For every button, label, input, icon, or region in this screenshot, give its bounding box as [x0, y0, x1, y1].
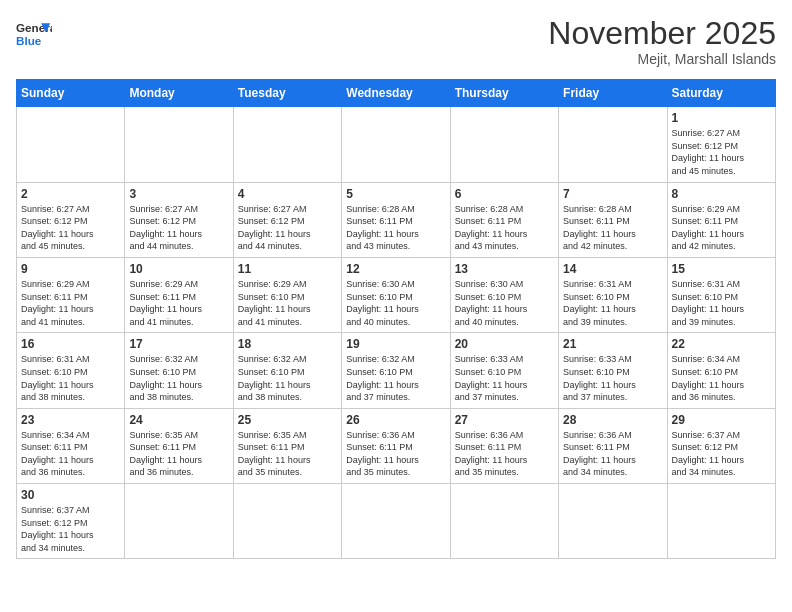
day-info: Sunrise: 6:34 AM Sunset: 6:10 PM Dayligh…: [672, 353, 771, 403]
calendar-row: 16Sunrise: 6:31 AM Sunset: 6:10 PM Dayli…: [17, 333, 776, 408]
calendar-cell: 13Sunrise: 6:30 AM Sunset: 6:10 PM Dayli…: [450, 257, 558, 332]
weekday-header-tuesday: Tuesday: [233, 80, 341, 107]
day-number: 4: [238, 187, 337, 201]
calendar-cell: 5Sunrise: 6:28 AM Sunset: 6:11 PM Daylig…: [342, 182, 450, 257]
calendar-row: 9Sunrise: 6:29 AM Sunset: 6:11 PM Daylig…: [17, 257, 776, 332]
day-info: Sunrise: 6:36 AM Sunset: 6:11 PM Dayligh…: [455, 429, 554, 479]
calendar-cell: [17, 107, 125, 182]
calendar-cell: 20Sunrise: 6:33 AM Sunset: 6:10 PM Dayli…: [450, 333, 558, 408]
calendar-cell: [559, 484, 667, 559]
day-number: 30: [21, 488, 120, 502]
calendar-cell: [125, 484, 233, 559]
day-info: Sunrise: 6:29 AM Sunset: 6:11 PM Dayligh…: [21, 278, 120, 328]
day-number: 27: [455, 413, 554, 427]
calendar-cell: 10Sunrise: 6:29 AM Sunset: 6:11 PM Dayli…: [125, 257, 233, 332]
day-number: 12: [346, 262, 445, 276]
day-number: 5: [346, 187, 445, 201]
day-number: 14: [563, 262, 662, 276]
day-number: 7: [563, 187, 662, 201]
day-number: 11: [238, 262, 337, 276]
calendar-cell: [233, 107, 341, 182]
calendar-cell: [450, 484, 558, 559]
day-info: Sunrise: 6:31 AM Sunset: 6:10 PM Dayligh…: [672, 278, 771, 328]
weekday-header-row: SundayMondayTuesdayWednesdayThursdayFrid…: [17, 80, 776, 107]
day-info: Sunrise: 6:27 AM Sunset: 6:12 PM Dayligh…: [21, 203, 120, 253]
day-info: Sunrise: 6:29 AM Sunset: 6:11 PM Dayligh…: [129, 278, 228, 328]
calendar-cell: 3Sunrise: 6:27 AM Sunset: 6:12 PM Daylig…: [125, 182, 233, 257]
day-info: Sunrise: 6:35 AM Sunset: 6:11 PM Dayligh…: [238, 429, 337, 479]
day-info: Sunrise: 6:27 AM Sunset: 6:12 PM Dayligh…: [129, 203, 228, 253]
day-number: 28: [563, 413, 662, 427]
day-info: Sunrise: 6:30 AM Sunset: 6:10 PM Dayligh…: [346, 278, 445, 328]
calendar-row: 23Sunrise: 6:34 AM Sunset: 6:11 PM Dayli…: [17, 408, 776, 483]
day-info: Sunrise: 6:29 AM Sunset: 6:10 PM Dayligh…: [238, 278, 337, 328]
calendar-cell: 22Sunrise: 6:34 AM Sunset: 6:10 PM Dayli…: [667, 333, 775, 408]
weekday-header-friday: Friday: [559, 80, 667, 107]
location: Mejit, Marshall Islands: [548, 51, 776, 67]
day-number: 17: [129, 337, 228, 351]
day-info: Sunrise: 6:28 AM Sunset: 6:11 PM Dayligh…: [346, 203, 445, 253]
calendar-cell: [559, 107, 667, 182]
calendar-cell: 21Sunrise: 6:33 AM Sunset: 6:10 PM Dayli…: [559, 333, 667, 408]
calendar-cell: 7Sunrise: 6:28 AM Sunset: 6:11 PM Daylig…: [559, 182, 667, 257]
calendar-cell: 24Sunrise: 6:35 AM Sunset: 6:11 PM Dayli…: [125, 408, 233, 483]
day-info: Sunrise: 6:36 AM Sunset: 6:11 PM Dayligh…: [563, 429, 662, 479]
day-info: Sunrise: 6:33 AM Sunset: 6:10 PM Dayligh…: [455, 353, 554, 403]
weekday-header-sunday: Sunday: [17, 80, 125, 107]
day-info: Sunrise: 6:30 AM Sunset: 6:10 PM Dayligh…: [455, 278, 554, 328]
day-info: Sunrise: 6:32 AM Sunset: 6:10 PM Dayligh…: [346, 353, 445, 403]
calendar-cell: [342, 484, 450, 559]
day-info: Sunrise: 6:27 AM Sunset: 6:12 PM Dayligh…: [238, 203, 337, 253]
calendar-cell: [450, 107, 558, 182]
day-info: Sunrise: 6:31 AM Sunset: 6:10 PM Dayligh…: [563, 278, 662, 328]
day-number: 24: [129, 413, 228, 427]
calendar-cell: 30Sunrise: 6:37 AM Sunset: 6:12 PM Dayli…: [17, 484, 125, 559]
day-info: Sunrise: 6:36 AM Sunset: 6:11 PM Dayligh…: [346, 429, 445, 479]
day-info: Sunrise: 6:37 AM Sunset: 6:12 PM Dayligh…: [21, 504, 120, 554]
day-number: 23: [21, 413, 120, 427]
month-title: November 2025: [548, 16, 776, 51]
calendar-cell: 9Sunrise: 6:29 AM Sunset: 6:11 PM Daylig…: [17, 257, 125, 332]
calendar-cell: 19Sunrise: 6:32 AM Sunset: 6:10 PM Dayli…: [342, 333, 450, 408]
day-number: 21: [563, 337, 662, 351]
day-info: Sunrise: 6:35 AM Sunset: 6:11 PM Dayligh…: [129, 429, 228, 479]
calendar-cell: 28Sunrise: 6:36 AM Sunset: 6:11 PM Dayli…: [559, 408, 667, 483]
calendar-row: 2Sunrise: 6:27 AM Sunset: 6:12 PM Daylig…: [17, 182, 776, 257]
day-number: 19: [346, 337, 445, 351]
calendar-cell: 27Sunrise: 6:36 AM Sunset: 6:11 PM Dayli…: [450, 408, 558, 483]
calendar-cell: 11Sunrise: 6:29 AM Sunset: 6:10 PM Dayli…: [233, 257, 341, 332]
day-info: Sunrise: 6:37 AM Sunset: 6:12 PM Dayligh…: [672, 429, 771, 479]
weekday-header-thursday: Thursday: [450, 80, 558, 107]
weekday-header-saturday: Saturday: [667, 80, 775, 107]
day-info: Sunrise: 6:32 AM Sunset: 6:10 PM Dayligh…: [129, 353, 228, 403]
calendar-cell: 6Sunrise: 6:28 AM Sunset: 6:11 PM Daylig…: [450, 182, 558, 257]
day-info: Sunrise: 6:34 AM Sunset: 6:11 PM Dayligh…: [21, 429, 120, 479]
day-number: 6: [455, 187, 554, 201]
calendar-cell: 8Sunrise: 6:29 AM Sunset: 6:11 PM Daylig…: [667, 182, 775, 257]
calendar-cell: 14Sunrise: 6:31 AM Sunset: 6:10 PM Dayli…: [559, 257, 667, 332]
weekday-header-wednesday: Wednesday: [342, 80, 450, 107]
calendar-cell: 2Sunrise: 6:27 AM Sunset: 6:12 PM Daylig…: [17, 182, 125, 257]
day-number: 26: [346, 413, 445, 427]
day-info: Sunrise: 6:33 AM Sunset: 6:10 PM Dayligh…: [563, 353, 662, 403]
calendar-cell: [125, 107, 233, 182]
calendar-cell: [233, 484, 341, 559]
day-number: 3: [129, 187, 228, 201]
page-header: General Blue November 2025 Mejit, Marsha…: [16, 16, 776, 67]
day-number: 22: [672, 337, 771, 351]
calendar-row: 30Sunrise: 6:37 AM Sunset: 6:12 PM Dayli…: [17, 484, 776, 559]
calendar-cell: 17Sunrise: 6:32 AM Sunset: 6:10 PM Dayli…: [125, 333, 233, 408]
day-info: Sunrise: 6:29 AM Sunset: 6:11 PM Dayligh…: [672, 203, 771, 253]
day-info: Sunrise: 6:32 AM Sunset: 6:10 PM Dayligh…: [238, 353, 337, 403]
day-number: 29: [672, 413, 771, 427]
logo-icon: General Blue: [16, 16, 52, 52]
day-number: 20: [455, 337, 554, 351]
calendar-cell: 23Sunrise: 6:34 AM Sunset: 6:11 PM Dayli…: [17, 408, 125, 483]
day-number: 13: [455, 262, 554, 276]
day-number: 25: [238, 413, 337, 427]
calendar-cell: 26Sunrise: 6:36 AM Sunset: 6:11 PM Dayli…: [342, 408, 450, 483]
day-number: 18: [238, 337, 337, 351]
calendar-table: SundayMondayTuesdayWednesdayThursdayFrid…: [16, 79, 776, 559]
calendar-cell: [667, 484, 775, 559]
weekday-header-monday: Monday: [125, 80, 233, 107]
